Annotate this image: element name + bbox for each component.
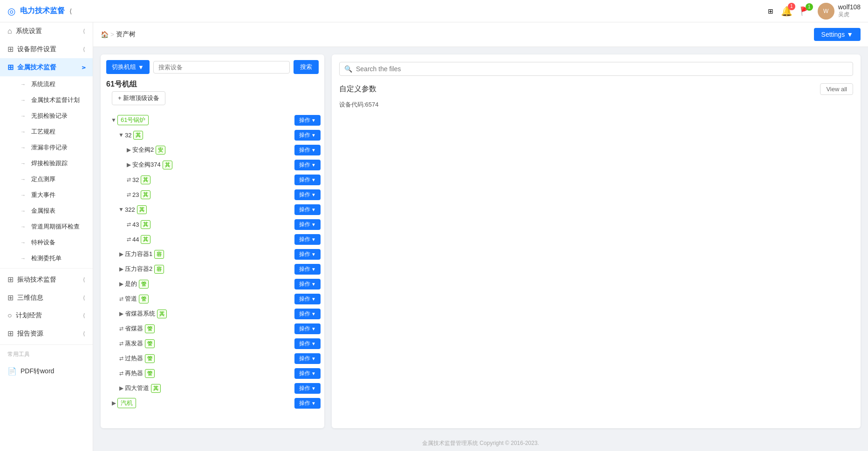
sidebar-item-plan-mgmt[interactable]: ○ 计划经营 ⟨ [0, 307, 93, 324]
grid-icon-3d: ⊞ [7, 293, 14, 302]
sidebar-item-metal-plan[interactable]: 金属技术监督计划 [13, 92, 93, 108]
sidebar-item-major-event[interactable]: 重大事件 [13, 187, 93, 203]
device-search-button[interactable]: 搜索 [294, 60, 319, 74]
op-button-n14[interactable]: 操作 ▼ [294, 309, 321, 319]
sidebar-item-ndt-record[interactable]: 无损检验记录 [13, 108, 93, 124]
op-button-n9[interactable]: 操作 ▼ [294, 234, 321, 245]
op-button-n8[interactable]: 操作 ▼ [294, 219, 321, 230]
table-row: ▶ 汽机 操作 ▼ [103, 396, 322, 411]
sidebar-item-pdf-word[interactable]: 📄 PDF转word [0, 362, 93, 380]
op-dropdown-arrow-n4: ▼ [311, 162, 316, 168]
op-dropdown-arrow-n14: ▼ [311, 311, 316, 316]
toggle-icon-n20[interactable]: ▶ [110, 400, 117, 406]
sidebar-item-3d-info[interactable]: ⊞ 三维信息 ⟨ [0, 289, 93, 307]
toggle-icon-n11[interactable]: ▶ [117, 266, 125, 272]
sidebar-item-metal-report[interactable]: 金属报表 [13, 203, 93, 219]
op-button-n5[interactable]: 操作 ▼ [294, 175, 321, 185]
op-button-n20[interactable]: 操作 ▼ [294, 398, 321, 409]
tag-n10: 容 [154, 250, 164, 259]
add-top-device-button[interactable]: + 新增顶级设备 [112, 91, 165, 105]
toggle-icon-n16[interactable]: ⇄ [117, 341, 125, 347]
settings-button[interactable]: Settings ▼ [814, 28, 861, 41]
pdf-icon: 📄 [7, 367, 17, 376]
op-dropdown-arrow-n8: ▼ [311, 222, 316, 227]
op-button-n18[interactable]: 操作 ▼ [294, 368, 321, 379]
toggle-icon-n15[interactable]: ⇄ [117, 326, 125, 332]
sidebar-item-report-res[interactable]: ⊞ 报告资源 ⟨ [0, 324, 93, 343]
op-button-n13[interactable]: 操作 ▼ [294, 294, 321, 304]
table-row: ⇄ 蒸发器 管 操作 ▼ [103, 336, 322, 351]
toggle-icon-n18[interactable]: ⇄ [117, 370, 125, 377]
op-dropdown-arrow-n20: ▼ [311, 401, 316, 406]
toggle-icon-n9[interactable]: ⇄ [125, 236, 132, 242]
breadcrumb: 🏠 > 资产树 [101, 30, 136, 39]
op-button-n4[interactable]: 操作 ▼ [294, 160, 321, 170]
file-search-input[interactable] [356, 65, 848, 73]
device-search-input[interactable] [153, 61, 290, 74]
table-row: ▶ 省煤器系统 其 操作 ▼ [103, 306, 322, 321]
table-row: ▼ 61号锅炉 操作 ▼ [103, 113, 322, 128]
op-button-n19[interactable]: 操作 ▼ [294, 383, 321, 394]
op-button-n16[interactable]: 操作 ▼ [294, 338, 321, 349]
sidebar-item-thickness[interactable]: 定点测厚 [13, 171, 93, 187]
tag-n7: 其 [137, 205, 147, 214]
toggle-icon-n4[interactable]: ▶ [125, 162, 132, 168]
sidebar-sub-metal: 系统流程 金属技术监督计划 无损检验记录 工艺规程 泄漏非停记录 焊接检验跟踪 … [0, 76, 93, 266]
sidebar-item-metal-monitor[interactable]: ⊞ 金属技术监督 ∨ [0, 58, 93, 76]
op-dropdown-arrow-n12: ▼ [311, 282, 316, 287]
op-button-n10[interactable]: 操作 ▼ [294, 249, 321, 260]
toggle-icon-n13[interactable]: ⇄ [117, 296, 125, 302]
sidebar-item-leak-record[interactable]: 泄漏非停记录 [13, 140, 93, 155]
toggle-icon-n19[interactable]: ▶ [117, 385, 125, 391]
toggle-icon-n10[interactable]: ▶ [117, 251, 125, 257]
toggle-icon-n17[interactable]: ⇄ [117, 356, 125, 362]
notifications-button[interactable]: 🔔 1 [781, 6, 793, 17]
toggle-icon-n14[interactable]: ▶ [117, 310, 125, 317]
sidebar-item-pipe-cycle[interactable]: 管道周期循环检查 [13, 219, 93, 235]
toggle-icon-n7[interactable]: ▼ [117, 206, 125, 213]
toggle-icon-n1[interactable]: ▼ [110, 117, 117, 123]
sidebar-item-system-settings[interactable]: ⌂ 系统设置 ⟨ [0, 22, 93, 40]
toggle-icon-n12[interactable]: ▶ [117, 281, 125, 287]
sidebar-item-process-rules[interactable]: 工艺规程 [13, 124, 93, 140]
table-row: ⇄ 管道 管 操作 ▼ [103, 291, 322, 306]
op-button-n6[interactable]: 操作 ▼ [294, 189, 321, 200]
user-name: wolf108 [838, 3, 861, 11]
collapse-sidebar-icon[interactable]: ⟨ [69, 7, 72, 15]
sidebar-label-device-parts: 设备部件设置 [17, 45, 56, 54]
switch-machine-button[interactable]: 切换机组 ▼ [106, 60, 150, 74]
op-button-n1[interactable]: 操作 ▼ [294, 115, 321, 126]
apps-button[interactable]: ⊞ [768, 7, 773, 15]
op-button-n15[interactable]: 操作 ▼ [294, 323, 321, 334]
toggle-icon-n8[interactable]: ⇄ [125, 222, 132, 228]
arrow-icon-device: ⟨ [83, 46, 85, 53]
sidebar-item-weld-track[interactable]: 焊接检验跟踪 [13, 155, 93, 171]
sidebar-item-vibration[interactable]: ⊞ 振动技术监督 ⟨ [0, 270, 93, 289]
device-code: 设备代码:6574 [339, 101, 853, 109]
view-all-button[interactable]: View all [820, 83, 853, 95]
arrow-icon-metal: ∨ [80, 65, 87, 69]
op-button-n2[interactable]: 操作 ▼ [294, 130, 321, 141]
op-button-n17[interactable]: 操作 ▼ [294, 353, 321, 364]
user-menu[interactable]: W wolf108 吴虎 [818, 3, 861, 20]
file-search-bar: 🔍 [339, 62, 853, 76]
flags-button[interactable]: 🚩 1 [800, 6, 810, 16]
toggle-icon-n3[interactable]: ▶ [125, 147, 132, 153]
toggle-icon-n5[interactable]: ⇄ [125, 177, 132, 183]
sidebar-item-detect-order[interactable]: 检测委托单 [13, 250, 93, 266]
arrow-icon-plan: ⟨ [83, 312, 85, 319]
tag-n18: 管 [145, 369, 155, 378]
toggle-icon-n2[interactable]: ▼ [117, 132, 125, 138]
tag-n17: 管 [145, 354, 155, 363]
toggle-icon-n6[interactable]: ⇄ [125, 192, 132, 198]
op-button-n7[interactable]: 操作 ▼ [294, 204, 321, 215]
sidebar-item-system-flow[interactable]: 系统流程 [13, 76, 93, 92]
op-button-n12[interactable]: 操作 ▼ [294, 279, 321, 289]
breadcrumb-bar: 🏠 > 资产树 Settings ▼ [93, 22, 868, 47]
op-button-n11[interactable]: 操作 ▼ [294, 264, 321, 275]
sidebar-item-device-parts[interactable]: ⊞ 设备部件设置 ⟨ [0, 40, 93, 58]
op-button-n3[interactable]: 操作 ▼ [294, 145, 321, 155]
op-dropdown-arrow-n1: ▼ [311, 118, 316, 123]
home-breadcrumb-icon[interactable]: 🏠 [101, 31, 109, 38]
sidebar-item-special-equip[interactable]: 特种设备 [13, 235, 93, 250]
